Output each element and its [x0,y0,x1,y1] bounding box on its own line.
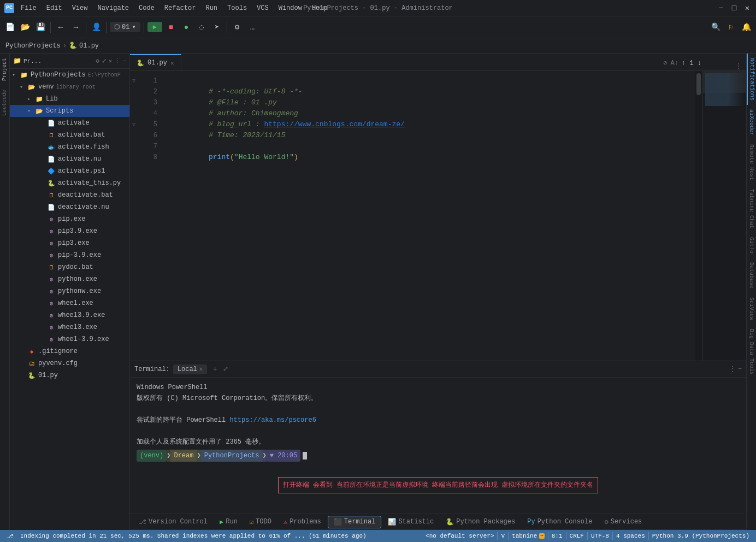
tree-item-activate-bat[interactable]: ▸ 🗒 activate.bat [10,129,129,141]
coverage-button[interactable]: ◌ [195,21,208,34]
minus-icon-tree[interactable]: − [122,58,126,64]
tree-item-wheel-39-exe[interactable]: ▸ ⚙ wheel-3.9.exe [10,333,129,345]
tab-python-packages[interactable]: 🐍 Python Packages [440,516,521,528]
status-server[interactable]: <no default server> [422,530,497,542]
tree-item-wheel-exe[interactable]: ▸ ⚙ wheel.exe [10,297,129,309]
menu-window[interactable]: Window [274,3,306,13]
status-git-icon[interactable]: ⎇ [3,530,17,542]
status-position[interactable]: 8:1 [548,530,566,542]
tab-python-console[interactable]: Py Python Console [522,516,598,527]
fold-5[interactable]: ▽ [130,119,138,130]
left-label-leetcode[interactable]: Leetcode [0,85,9,120]
status-vcs[interactable]: V [498,530,508,542]
profile-button[interactable]: 👤 [90,21,103,34]
close-button[interactable]: ✕ [743,4,752,13]
status-line-ending[interactable]: CRLF [566,530,587,542]
terminal-more-icon[interactable]: ⋮ [729,365,736,373]
code-url-4[interactable]: https://www.cnblogs.com/dream-ze/ [264,120,404,128]
file-tree-body[interactable]: ▾ 📁 PythonProjects E:\PythonP ▾ 📂 venv l… [10,69,129,530]
close-icon-tree[interactable]: ✕ [109,57,113,64]
tree-item-pythonw-exe[interactable]: ▸ ⚙ pythonw.exe [10,285,129,297]
tree-item-lib[interactable]: ▸ 📁 Lib [10,93,129,105]
tree-item-wheel39-exe[interactable]: ▸ ⚙ wheel3.9.exe [10,309,129,321]
fold-1[interactable]: ▽ [130,75,138,86]
tab-close-01py[interactable]: ✕ [170,60,174,67]
add-terminal-button[interactable]: + [212,365,217,374]
terminal-tab-local[interactable]: Local ✕ [173,364,208,374]
notifications-button[interactable]: 🔔 [740,21,753,34]
redo-button[interactable]: → [69,21,82,34]
expand-terminal-button[interactable]: ⤢ [223,365,228,373]
tree-item-deactivate-bat[interactable]: ▸ 🗒 deactivate.bat [10,189,129,201]
tree-item-pip-exe[interactable]: ▸ ⚙ pip.exe [10,213,129,225]
maximize-button[interactable]: □ [730,4,739,13]
pscore-link[interactable]: https://aka.ms/pscore6 [229,416,316,424]
right-label-aixcoder[interactable]: aiXcoder [747,105,755,140]
tree-item-activate-nu[interactable]: ▸ 📄 activate.nu [10,153,129,165]
right-label-gito[interactable]: Git!o [747,233,755,258]
tree-item-pyvenv-cfg[interactable]: ▸ 🗂 pyvenv.cfg [10,357,129,369]
right-label-sciview[interactable]: SciView [747,293,755,325]
tree-item-activate[interactable]: ▸ 📄 activate [10,117,129,129]
status-tabnine[interactable]: tabnine ~ [509,530,548,542]
editor-settings-icon[interactable]: ⋮ [735,62,742,70]
terminal-minimize-icon[interactable]: − [738,365,742,373]
menu-file[interactable]: File [16,3,41,13]
terminal-body[interactable]: Windows PowerShell 版权所有 (C) Microsoft Co… [130,378,746,514]
tree-item-01py[interactable]: ▸ 🐍 01.py [10,369,129,381]
breadcrumb-file[interactable]: 🐍 01.py [69,42,99,50]
tree-item-gitignore[interactable]: ▸ ◆ .gitignore [10,345,129,357]
tree-item-python-exe[interactable]: ▸ ⚙ python.exe [10,273,129,285]
menu-view[interactable]: View [68,3,92,13]
tab-run[interactable]: ▶ Run [214,516,243,528]
menu-tools[interactable]: Tools [223,3,251,13]
tab-todo[interactable]: ☑ TODO [244,516,277,528]
scroll-thumb[interactable] [696,73,701,95]
terminal-tab-close[interactable]: ✕ [199,366,203,373]
tree-item-scripts[interactable]: ▾ 📂 Scripts [10,105,129,117]
menu-vcs[interactable]: VCS [252,3,273,13]
status-encoding[interactable]: UTF-8 [588,530,612,542]
tab-terminal[interactable]: ⬛ Terminal [328,516,382,528]
menu-code[interactable]: Code [134,3,159,13]
status-indexing[interactable]: Indexing completed in 21 sec, 525 ms. Sh… [17,530,370,542]
left-label-project[interactable]: Project [0,54,9,85]
tab-problems[interactable]: ⚠ Problems [278,516,327,528]
tree-item-venv[interactable]: ▾ 📂 venv library root [10,81,129,93]
more-icon-tree[interactable]: ⋮ [114,57,120,64]
right-label-notifications[interactable]: Notifications [747,54,756,105]
tab-statistic[interactable]: 📊 Statistic [382,516,439,528]
tree-item-pip3-exe[interactable]: ▸ ⚙ pip3.exe [10,237,129,249]
branch-selector[interactable]: ⬡ 01 ▾ [110,22,140,32]
save-button[interactable]: 💾 [34,21,47,34]
code-editor[interactable]: ▽ ▽ 1 2 3 4 5 6 7 8 # -*-coding: Ut [130,71,746,361]
tree-item-pip-39-exe[interactable]: ▸ ⚙ pip-3.9.exe [10,249,129,261]
right-label-bigdata[interactable]: Big Data Tools [747,325,755,379]
tree-item-activate-fish[interactable]: ▸ 🐟 activate.fish [10,141,129,153]
plugins-button[interactable]: ⚐ [724,21,737,34]
menu-run[interactable]: Run [201,3,222,13]
tree-item-activate-ps1[interactable]: ▸ 🔷 activate.ps1 [10,165,129,177]
run-button[interactable]: ▶ [147,22,162,32]
menu-navigate[interactable]: Navigate [93,3,133,13]
stop-button[interactable]: ■ [164,21,178,34]
editor-tab-01py[interactable]: 🐍 01.py ✕ [130,54,181,70]
minimize-button[interactable]: − [717,4,725,13]
code-content[interactable]: # -*-coding: Utf-8 -*- # @File : 01 .py … [160,71,695,361]
search-button[interactable]: 🔍 [709,21,722,34]
right-label-tabnine[interactable]: Tabnine Chat [747,185,755,233]
undo-button[interactable]: ← [54,21,67,34]
breadcrumb-project[interactable]: PythonProjects [5,42,61,50]
expand-icon-tree[interactable]: ⤢ [102,57,107,64]
tree-item-pydoc-bat[interactable]: ▸ 🗒 pydoc.bat [10,261,129,273]
settings-button[interactable]: ⚙ [231,21,244,34]
tree-item-pythonprojects[interactable]: ▾ 📁 PythonProjects E:\PythonP [10,69,129,81]
tab-version-control[interactable]: ⎇ Version Control [133,516,213,528]
status-python[interactable]: Python 3.9 (PythonProjects) [649,530,753,542]
profile-run-button[interactable]: ➤ [210,21,223,34]
open-button[interactable]: 📂 [19,21,32,34]
menu-edit[interactable]: Edit [42,3,67,13]
tree-item-activate-this-py[interactable]: ▸ 🐍 activate_this.py [10,177,129,189]
right-label-database[interactable]: Database [747,258,755,293]
menu-refactor[interactable]: Refactor [160,3,200,13]
